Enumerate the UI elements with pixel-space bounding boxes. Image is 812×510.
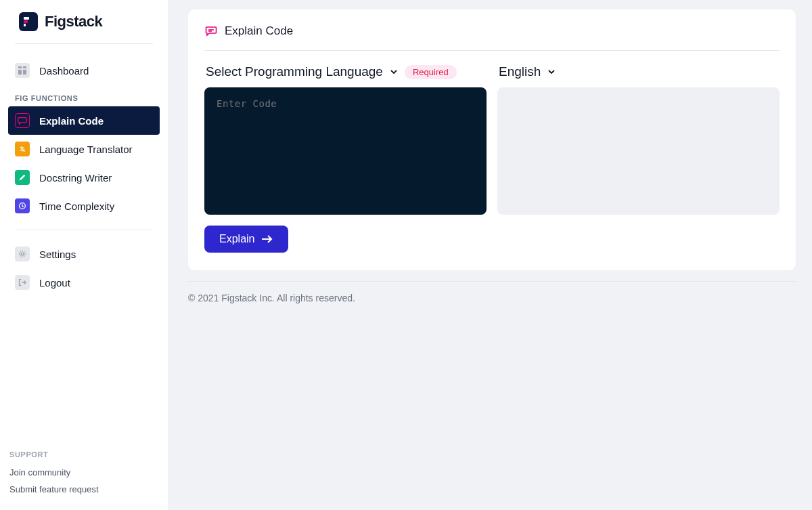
arrow-right-icon [261, 234, 273, 244]
output-language-label: English [499, 64, 541, 79]
pencil-icon [15, 170, 30, 185]
svg-rect-3 [18, 66, 22, 68]
dashboard-icon [15, 63, 30, 78]
page-card: Explain Code Select Programming Language… [188, 9, 796, 270]
card-header: Explain Code [204, 24, 780, 51]
nav-settings[interactable]: Settings [8, 240, 160, 268]
sidebar-item-docstring-writer[interactable]: Docstring Writer [8, 163, 160, 192]
svg-text:A: A [22, 148, 26, 152]
svg-rect-6 [23, 70, 26, 75]
support-link-feature[interactable]: Submit feature request [9, 481, 158, 498]
sidebar: Figstack Dashboard FIG FUNCTIONS Explain… [0, 0, 168, 510]
svg-rect-2 [24, 24, 26, 26]
language-select-label: Select Programming Language [206, 64, 383, 79]
footer-text: © 2021 Figstack Inc. All rights reserved… [188, 293, 796, 303]
support-label: SUPPORT [9, 450, 158, 464]
main-content: Explain Code Select Programming Language… [168, 0, 812, 510]
svg-rect-0 [24, 17, 29, 20]
logout-icon [15, 275, 30, 290]
logo-mark-icon [19, 12, 38, 31]
code-input[interactable] [204, 87, 487, 215]
page-title: Explain Code [225, 24, 293, 38]
sidebar-item-explain-code[interactable]: Explain Code [8, 106, 160, 135]
divider [15, 230, 153, 230]
nav-logout[interactable]: Logout [8, 268, 160, 297]
chevron-down-icon [390, 68, 398, 76]
brand-name: Figstack [45, 13, 102, 30]
divider [188, 281, 796, 282]
chat-icon [15, 113, 30, 128]
sidebar-item-label: Time Complexity [39, 200, 114, 212]
chat-icon [204, 24, 218, 38]
nav-logout-label: Logout [39, 277, 70, 289]
output-box [497, 87, 780, 215]
clock-icon [15, 198, 30, 213]
sidebar-item-label: Docstring Writer [39, 172, 112, 184]
chevron-down-icon [547, 68, 556, 76]
sidebar-item-language-translator[interactable]: 文 A Language Translator [8, 135, 160, 163]
nav-dashboard[interactable]: Dashboard [8, 56, 160, 85]
translate-icon: 文 A [15, 142, 30, 156]
svg-rect-5 [18, 70, 22, 75]
language-select[interactable]: Select Programming Language Required [204, 64, 487, 79]
required-badge: Required [405, 65, 457, 79]
svg-rect-4 [23, 66, 26, 68]
svg-point-10 [21, 253, 24, 255]
support-link-community[interactable]: Join community [9, 464, 158, 481]
sidebar-item-time-complexity[interactable]: Time Complexity [8, 192, 160, 220]
nav-settings-label: Settings [39, 249, 76, 260]
section-label-functions: FIG FUNCTIONS [8, 85, 160, 106]
support-section: SUPPORT Join community Submit feature re… [8, 450, 160, 502]
sidebar-item-label: Explain Code [39, 115, 104, 127]
svg-rect-1 [24, 20, 28, 23]
brand-logo[interactable]: Figstack [15, 12, 153, 44]
sidebar-item-label: Language Translator [39, 144, 133, 155]
output-language-select[interactable]: English [497, 64, 780, 79]
gear-icon [15, 247, 30, 261]
nav-dashboard-label: Dashboard [39, 65, 89, 77]
explain-button[interactable]: Explain [204, 226, 288, 253]
explain-button-label: Explain [219, 233, 254, 245]
